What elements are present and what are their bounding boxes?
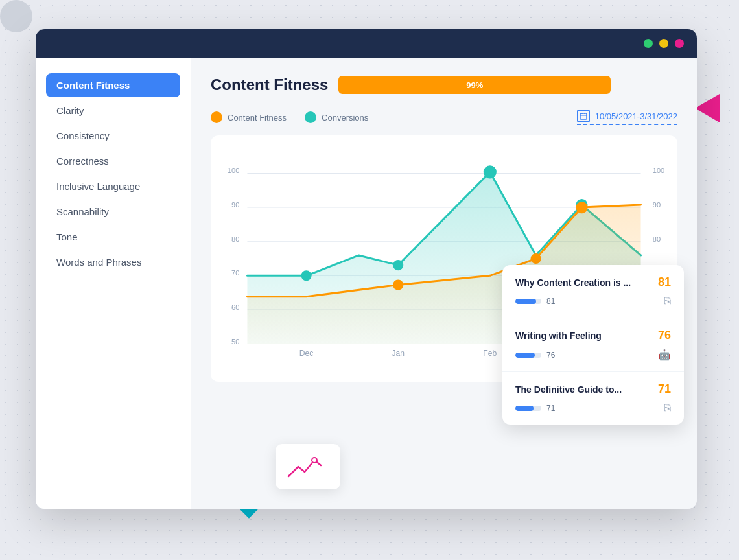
traffic-light-yellow[interactable] [659,39,668,48]
score-mini-bar-2 [515,353,541,358]
traffic-light-red[interactable] [675,39,684,48]
score-card-3: The Definitive Guide to... 71 71 ⎘ [502,372,684,425]
content-header: Content Fitness 99% [211,76,677,94]
score-card-2: Writing with Feeling 76 76 🤖 [502,318,684,372]
sidebar-item-consistency[interactable]: Consistency [46,124,180,148]
svg-text:70: 70 [231,269,239,277]
score-mini-fill-1 [515,299,536,304]
svg-text:100: 100 [228,167,240,174]
score-card-1-footer: 81 ⎘ [515,296,671,307]
svg-text:60: 60 [231,303,239,311]
svg-text:90: 90 [653,201,661,209]
svg-text:90: 90 [231,201,239,209]
score-card-1: Why Content Creation is ... 81 81 ⎘ [502,265,684,318]
legend-label-conversions: Conversions [322,113,368,122]
teal-dot-dec [301,270,311,281]
svg-text:50: 50 [231,338,239,345]
copy-icon-1[interactable]: ⎘ [664,296,671,307]
copy-icon-3[interactable]: ⎘ [664,402,671,414]
sidebar-item-clarity[interactable]: Clarity [46,99,180,122]
score-cards-panel: Why Content Creation is ... 81 81 ⎘ [502,265,684,425]
svg-text:80: 80 [231,235,239,243]
score-card-1-value: 81 [658,275,671,289]
score-bar-row-1: 81 [515,297,555,306]
legend-dot-orange [211,111,222,123]
score-mini-bar-3 [515,406,541,411]
browser-content: Content Fitness Clarity Consistency Corr… [36,58,697,509]
score-card-3-value: 71 [658,382,671,396]
score-bar-row-3: 71 [515,404,555,413]
orange-dot-feb-mar [531,253,541,264]
score-mini-label-3: 71 [546,404,555,413]
orange-dot-jan [393,279,403,290]
legend-label-fitness: Content Fitness [228,113,287,122]
svg-text:Jan: Jan [392,349,405,358]
teal-dot-feb [484,165,497,178]
score-mini-label-1: 81 [546,297,555,306]
sidebar-item-tone[interactable]: Tone [46,225,180,249]
score-card-2-title: Writing with Feeling [515,331,602,341]
date-range-text: 10/05/2021-3/31/2022 [595,111,677,121]
progress-label: 99% [466,80,483,90]
mini-chart-widget [276,444,340,489]
score-mini-bar-1 [515,299,541,304]
progress-bar: 99% [338,76,611,94]
sidebar-item-correctness[interactable]: Correctness [46,149,180,173]
legend-content-fitness: Content Fitness [211,111,287,123]
legend-dot-teal [305,111,316,123]
svg-text:80: 80 [653,235,661,243]
score-card-2-header: Writing with Feeling 76 [515,329,671,342]
teal-dot-jan [393,260,403,270]
score-mini-fill-2 [515,353,535,358]
legend-row: Content Fitness Conversions 10/05/2021-3… [211,110,677,125]
score-card-3-header: The Definitive Guide to... 71 [515,382,671,396]
score-card-2-value: 76 [658,329,671,342]
mini-chart-svg [285,454,331,480]
robot-icon-2: 🤖 [658,349,671,361]
decorative-circle [0,0,32,32]
orange-dot-mar [576,202,587,213]
svg-rect-0 [580,113,587,119]
svg-point-23 [312,458,317,463]
traffic-light-green[interactable] [644,39,653,48]
score-card-2-footer: 76 🤖 [515,349,671,361]
sidebar-item-inclusive-language[interactable]: Inclusive Language [46,174,180,198]
sidebar-item-content-fitness[interactable]: Content Fitness [46,73,180,97]
score-card-3-title: The Definitive Guide to... [515,384,622,395]
score-bar-row-2: 76 [515,351,555,360]
score-mini-fill-3 [515,406,534,411]
browser-window: Content Fitness Clarity Consistency Corr… [36,29,697,509]
main-content: Content Fitness 99% Content Fitness Conv… [191,58,697,509]
legend-conversions: Conversions [305,111,368,123]
score-mini-label-2: 76 [546,351,555,360]
sidebar-item-words-and-phrases[interactable]: Words and Phrases [46,250,180,274]
score-card-3-footer: 71 ⎘ [515,402,671,414]
calendar-icon [577,110,590,122]
date-range[interactable]: 10/05/2021-3/31/2022 [577,110,677,125]
score-card-1-header: Why Content Creation is ... 81 [515,275,671,289]
sidebar-item-scannability[interactable]: Scannability [46,200,180,224]
svg-text:100: 100 [653,167,665,174]
score-card-1-title: Why Content Creation is ... [515,277,631,288]
decorative-arrow [695,94,720,122]
sidebar: Content Fitness Clarity Consistency Corr… [36,58,191,509]
svg-text:Dec: Dec [299,349,314,358]
browser-titlebar [36,29,697,58]
page-title: Content Fitness [211,76,328,94]
svg-text:Feb: Feb [483,349,497,358]
chart-area: 100 90 80 70 60 50 100 90 80 [211,135,677,382]
